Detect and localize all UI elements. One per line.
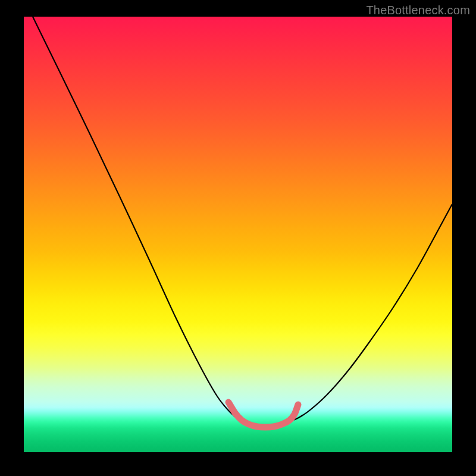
- chart-frame: TheBottleneck.com: [0, 0, 476, 476]
- plot-area: [24, 17, 452, 452]
- series-left-curve: [33, 17, 246, 421]
- series-bottom-pink-segment: [228, 402, 298, 427]
- watermark-text: TheBottleneck.com: [366, 4, 470, 17]
- curve-layer: [24, 17, 452, 452]
- series-right-curve: [289, 204, 452, 421]
